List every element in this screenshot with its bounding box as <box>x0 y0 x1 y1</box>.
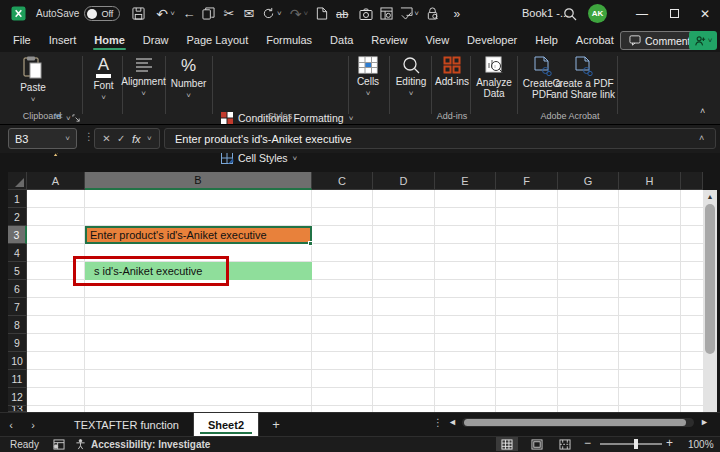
row-header-5[interactable]: 5 <box>8 262 27 280</box>
page-layout-view-button[interactable] <box>526 437 548 451</box>
fx-chevron-icon[interactable]: ˅ <box>147 134 152 143</box>
name-box[interactable]: B3 ˅ <box>8 128 77 149</box>
hscroll-right-icon[interactable]: ► <box>700 417 709 427</box>
tab-view[interactable]: View <box>416 30 458 52</box>
close-button[interactable]: ✕ <box>690 0 720 27</box>
zoom-level-label[interactable]: 100% <box>688 439 714 450</box>
tab-formulas[interactable]: Formulas <box>257 30 321 52</box>
sync-icon[interactable] <box>259 4 279 24</box>
row-header-10[interactable]: 10 <box>8 352 27 370</box>
vertical-scrollbar-thumb[interactable] <box>705 204 715 354</box>
minimize-button[interactable]: — <box>627 0 657 27</box>
back-icon[interactable]: ← <box>179 4 199 24</box>
font-button[interactable]: A Font ˅ <box>85 56 122 102</box>
cut-icon[interactable]: ✂ <box>219 4 239 24</box>
column-header-a[interactable]: A <box>27 172 85 190</box>
tab-review[interactable]: Review <box>362 30 416 52</box>
insert-function-icon[interactable]: fx <box>132 133 141 145</box>
tab-draw[interactable]: Draw <box>134 30 178 52</box>
new-sheet-button[interactable]: + <box>259 413 293 436</box>
camera-icon[interactable] <box>356 4 376 24</box>
avatar[interactable]: AK <box>588 4 607 23</box>
tab-data[interactable]: Data <box>321 30 362 52</box>
sheet-nav-left-icon[interactable]: ‹ <box>0 413 22 436</box>
tab-acrobat[interactable]: Acrobat <box>567 30 623 52</box>
strikethrough-icon[interactable]: ab <box>332 4 352 24</box>
horizontal-scrollbar-thumb[interactable] <box>464 419 686 426</box>
cell-b3-active[interactable]: Enter product's id's-Aniket executive <box>85 226 312 244</box>
sheet-bar-dots-icon[interactable]: ⋮ <box>433 417 443 428</box>
sheet-tab-textafter[interactable]: TEXTAFTER function <box>60 413 194 436</box>
page-break-preview-button[interactable] <box>554 437 576 451</box>
autosave-toggle[interactable]: Off <box>84 6 120 21</box>
form-icon[interactable] <box>396 4 416 24</box>
formula-bar-drag-handle[interactable]: ⋮ <box>84 131 94 142</box>
more-commands-icon[interactable]: » <box>447 4 467 24</box>
tab-help[interactable]: Help <box>526 30 567 52</box>
formula-bar-collapse-icon[interactable]: ˄ <box>699 133 704 143</box>
copy-icon[interactable] <box>199 4 219 24</box>
tab-file[interactable]: File <box>4 30 40 52</box>
collapse-ribbon-icon[interactable]: ˄ <box>700 106 705 116</box>
column-header-f[interactable]: F <box>496 172 558 190</box>
tab-insert[interactable]: Insert <box>40 30 86 52</box>
row-header-8[interactable]: 8 <box>8 316 27 334</box>
row-header-3[interactable]: 3 <box>8 226 27 244</box>
zoom-slider-track[interactable] <box>600 443 662 445</box>
tab-home[interactable]: Home <box>85 30 134 52</box>
sheet-nav-right-icon[interactable]: › <box>22 413 44 436</box>
zoom-out-button[interactable]: − <box>584 436 591 450</box>
select-all-corner[interactable] <box>8 172 27 190</box>
normal-view-button[interactable] <box>496 437 518 451</box>
tab-page-layout[interactable]: Page Layout <box>177 30 257 52</box>
column-header-g[interactable]: G <box>558 172 619 190</box>
addins-button[interactable]: Add-ins <box>434 56 470 87</box>
accessibility-status-label[interactable]: Accessibility: Investigate <box>91 439 211 450</box>
sheet-tab-sheet2[interactable]: Sheet2 <box>194 413 259 436</box>
cells-area[interactable] <box>27 190 703 412</box>
cancel-icon[interactable]: ✕ <box>102 133 110 144</box>
sync-chevron-icon[interactable]: ˅ <box>277 9 282 18</box>
macro-record-icon[interactable] <box>53 439 65 450</box>
row-header-6[interactable]: 6 <box>8 280 27 298</box>
column-header-d[interactable]: D <box>373 172 435 190</box>
scroll-up-icon[interactable]: ▲ <box>703 190 717 203</box>
row-header-4[interactable]: 4 <box>8 244 27 262</box>
alignment-button[interactable]: Alignment ˅ <box>122 56 165 98</box>
print-preview-icon[interactable] <box>376 4 396 24</box>
maximize-button[interactable] <box>659 0 689 27</box>
zoom-slider-thumb[interactable] <box>634 439 638 449</box>
cells-button[interactable]: Cells ˅ <box>352 56 384 98</box>
row-header-9[interactable]: 9 <box>8 334 27 352</box>
column-header-partial[interactable] <box>681 172 703 190</box>
row-header-1[interactable]: 1 <box>8 190 27 208</box>
protect-sheet-icon[interactable] <box>423 4 443 24</box>
column-header-e[interactable]: E <box>435 172 496 190</box>
tab-developer[interactable]: Developer <box>458 30 526 52</box>
row-header-7[interactable]: 7 <box>8 298 27 316</box>
form-chevron-icon[interactable]: ˅ <box>414 9 419 18</box>
row-header-11[interactable]: 11 <box>8 370 27 388</box>
formula-input[interactable]: Enter product's id's-Aniket executive <box>164 128 716 149</box>
paste-button[interactable]: Paste ˅ <box>14 56 52 104</box>
editing-button[interactable]: Editing ˅ <box>391 56 431 98</box>
new-file-icon[interactable] <box>312 4 332 24</box>
column-header-h[interactable]: H <box>619 172 681 190</box>
row-header-12[interactable]: 12 <box>8 388 27 406</box>
accessibility-icon[interactable] <box>75 439 86 450</box>
horizontal-scrollbar[interactable] <box>462 418 694 427</box>
undo-chevron-icon[interactable]: ˅ <box>170 9 175 18</box>
redo-icon[interactable]: ↷ <box>286 4 306 24</box>
analyze-data-button[interactable]: Analyze Data <box>473 56 515 99</box>
redo-chevron-icon[interactable]: ˅ <box>304 9 309 18</box>
column-header-b[interactable]: B <box>85 172 312 190</box>
undo-icon[interactable]: ↶ <box>152 4 172 24</box>
save-icon[interactable] <box>128 4 148 24</box>
email-icon[interactable]: ✉ <box>239 4 259 24</box>
hscroll-left-icon[interactable]: ◄ <box>448 417 457 427</box>
vertical-scrollbar[interactable]: ▲ <box>703 190 717 412</box>
zoom-in-button[interactable]: + <box>666 436 673 450</box>
row-header-2[interactable]: 2 <box>8 208 27 226</box>
share-button[interactable]: ˅ <box>689 31 717 50</box>
column-header-c[interactable]: C <box>312 172 373 190</box>
